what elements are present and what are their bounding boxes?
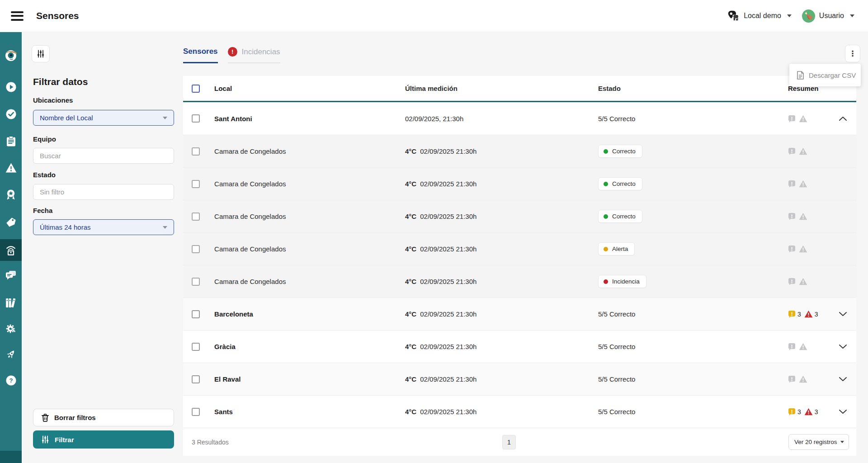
sensor-row[interactable]: Camara de Congelados4°C02/09/2025 21:30h… (183, 200, 856, 232)
expand-toggle[interactable] (830, 312, 856, 317)
hamburger-menu-icon[interactable] (11, 11, 24, 21)
select-all-checkbox[interactable] (192, 85, 200, 93)
warning-triangle-icon[interactable] (0, 157, 22, 179)
row-name: Gràcia (214, 343, 405, 350)
library-books-icon[interactable] (0, 292, 22, 313)
chevron-down-icon[interactable] (787, 14, 792, 17)
row-checkbox[interactable] (192, 213, 200, 221)
warning-triangle-icon (799, 375, 807, 383)
tag-icon[interactable] (0, 211, 22, 233)
resumen-cell (788, 278, 830, 285)
chevron-down-icon (839, 409, 847, 414)
row-name: Camara de Congelados (214, 180, 405, 188)
estado-filter-input[interactable] (33, 184, 174, 200)
topbar-right: Local demo 🍗 Usuario (727, 9, 856, 23)
expand-toggle[interactable] (830, 377, 856, 382)
sensor-row[interactable]: Camara de Congelados4°C02/09/2025 21:30h… (183, 232, 856, 265)
column-header-local: Local (214, 85, 405, 92)
page-size-select[interactable]: Ver 20 registros (788, 434, 849, 450)
location-row[interactable]: El Raval4°C02/09/2025 21:30h5/5 Correcto (183, 363, 856, 395)
incident-count: 3 (815, 311, 818, 318)
location-row[interactable]: Sants4°C02/09/2025 21:30h5/5 Correcto33 (183, 395, 856, 428)
chevron-down-icon (840, 441, 844, 443)
kebab-icon: ⋮ (849, 50, 857, 57)
status-dot (604, 214, 608, 219)
clear-filters-button[interactable]: Borrar filtros (33, 409, 174, 426)
location-row[interactable]: Sant Antoni02/09/2025, 21:30h5/5 Correct… (183, 102, 856, 135)
chevron-down-icon[interactable] (850, 14, 854, 17)
location-row[interactable]: Barceloneta4°C02/09/2025 21:30h5/5 Corre… (183, 298, 856, 330)
estado-cell: 5/5 Correcto (598, 375, 788, 383)
download-csv-menu-item[interactable]: Descargar CSV (789, 64, 861, 86)
resumen-cell (788, 213, 830, 220)
table-header: Local Última medición Estado Resumen (183, 76, 856, 102)
apply-filter-button[interactable]: Filtrar (33, 430, 174, 449)
last-measurement: 4°C02/09/2025 21:30h (405, 310, 598, 318)
row-checkbox[interactable] (192, 408, 200, 416)
check-circle-icon[interactable] (0, 103, 22, 125)
estado-cell: Correcto (598, 177, 788, 190)
row-name: Camara de Congelados (214, 213, 405, 220)
row-checkbox[interactable] (192, 245, 200, 253)
help-circle-icon[interactable]: ? (0, 369, 22, 391)
chat-bubbles-icon[interactable] (0, 265, 22, 286)
rocket-icon[interactable] (0, 344, 22, 365)
row-name: Camara de Congelados (214, 278, 405, 285)
sensor-row[interactable]: Camara de Congelados4°C02/09/2025 21:30h… (183, 265, 856, 298)
more-options-button[interactable]: ⋮ (845, 45, 860, 62)
status-dot (604, 182, 608, 186)
sidebar-item-sensores[interactable] (0, 239, 22, 261)
app-logo-mascot-icon[interactable] (0, 44, 22, 66)
alert-bubble-icon (788, 180, 796, 188)
avatar[interactable]: 🍗 (802, 9, 815, 23)
expand-toggle[interactable] (830, 409, 856, 414)
alert-bubble-icon (788, 375, 796, 383)
clipboard-icon[interactable] (0, 130, 22, 152)
status-badge: Correcto (598, 210, 642, 223)
ubicaciones-label: Ubicaciones (33, 96, 73, 104)
column-header-ultima-medicion: Última medición (405, 85, 598, 92)
chevron-up-icon (839, 116, 847, 121)
warning-triangle-icon (804, 310, 813, 318)
expand-toggle[interactable] (830, 116, 856, 121)
last-measurement: 4°C02/09/2025 21:30h (405, 213, 598, 220)
row-checkbox[interactable] (192, 278, 200, 286)
filter-toggle-button[interactable] (32, 45, 50, 62)
estado-cell: Alerta (598, 242, 788, 255)
fecha-select[interactable]: Últimas 24 horas (33, 219, 174, 235)
row-checkbox[interactable] (192, 114, 200, 123)
table-body: Sant Antoni02/09/2025, 21:30h5/5 Correct… (183, 102, 856, 428)
expand-toggle[interactable] (830, 344, 856, 349)
top-bar: Sensores Local demo 🍗 Usuario (0, 0, 868, 32)
estado-cell: 5/5 Correcto (598, 310, 788, 318)
incident-count: 3 (815, 408, 818, 416)
user-menu-label[interactable]: Usuario (819, 12, 844, 20)
row-checkbox[interactable] (192, 310, 200, 318)
location-selector-label[interactable]: Local demo (744, 12, 781, 20)
fecha-label: Fecha (33, 207, 52, 214)
settings-gear-icon[interactable] (0, 318, 22, 340)
row-checkbox[interactable] (192, 180, 200, 188)
page-number-button[interactable]: 1 (502, 435, 516, 449)
sensor-row[interactable]: Camara de Congelados4°C02/09/2025 21:30h… (183, 167, 856, 200)
row-checkbox[interactable] (192, 343, 200, 351)
equipo-search-input[interactable] (33, 148, 174, 164)
status-dot (604, 279, 608, 284)
row-checkbox[interactable] (192, 147, 200, 156)
resumen-cell (788, 180, 830, 188)
play-circle-icon[interactable] (0, 76, 22, 98)
store-location-icon (727, 10, 740, 22)
row-name: Camara de Congelados (214, 245, 405, 253)
tab-sensores[interactable]: Sensores (183, 47, 218, 63)
ubicaciones-select[interactable]: Nombre del Local (33, 110, 174, 126)
status-dot (604, 149, 608, 154)
award-badge-icon[interactable] (0, 184, 22, 206)
sensor-row[interactable]: Camara de Congelados4°C02/09/2025 21:30h… (183, 135, 856, 167)
equipo-label: Equipo (33, 135, 56, 143)
tab-incidencias[interactable]: ! Incidencias (228, 47, 280, 63)
row-checkbox[interactable] (192, 375, 200, 383)
resumen-cell (788, 375, 830, 383)
warning-triangle-icon (799, 245, 807, 253)
location-row[interactable]: Gràcia4°C02/09/2025 21:30h5/5 Correcto (183, 330, 856, 363)
chevron-down-icon (839, 377, 847, 382)
